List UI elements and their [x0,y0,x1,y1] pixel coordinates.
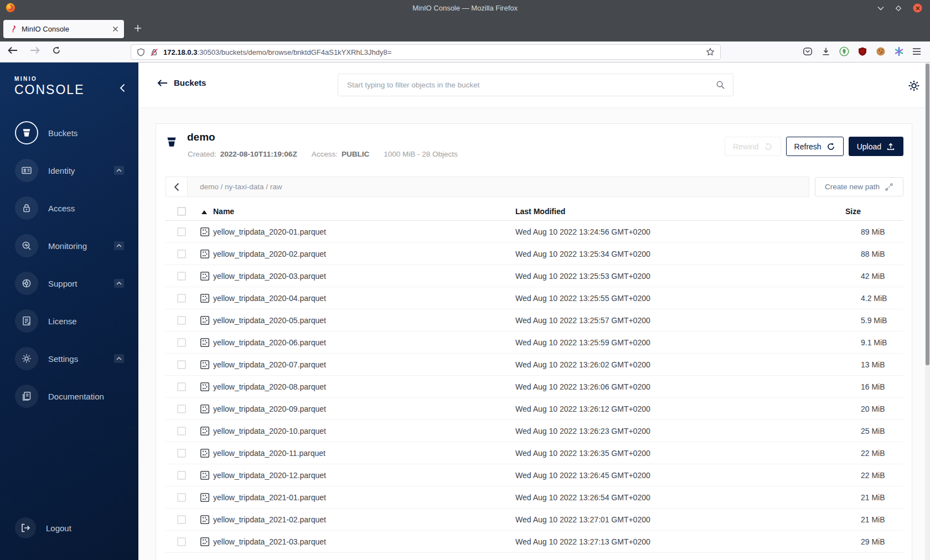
object-name[interactable]: yellow_tripdata_2020-11.parquet [213,449,326,458]
sidebar-item-support[interactable]: Support [0,265,138,302]
insecure-lock-icon[interactable] [150,48,158,56]
sidebar-item-logout[interactable]: Logout [15,517,71,538]
scrollbar-thumb[interactable] [926,64,929,365]
menu-hamburger-icon[interactable] [912,48,921,55]
object-name[interactable]: yellow_tripdata_2020-08.parquet [213,382,326,391]
table-row[interactable]: yellow_tripdata_2020-01.parquet Wed Aug … [165,221,903,243]
tab-close-icon[interactable] [112,26,118,32]
chevron-up-icon[interactable] [114,241,124,250]
table-row[interactable]: yellow_tripdata_2020-03.parquet Wed Aug … [165,265,903,287]
sidebar-item-settings[interactable]: Settings [0,340,138,377]
object-filter-input[interactable] [346,80,716,90]
table-row[interactable]: yellow_tripdata_2021-01.parquet Wed Aug … [165,486,903,509]
chevron-up-icon[interactable] [114,354,124,363]
page-scrollbar[interactable] [925,63,930,560]
table-row[interactable]: yellow_tripdata_2020-11.parquet Wed Aug … [165,442,903,464]
table-row[interactable]: yellow_tripdata_2020-07.parquet Wed Aug … [165,354,903,376]
sort-asc-icon[interactable] [202,207,207,216]
row-checkbox[interactable] [177,382,186,391]
object-name[interactable]: yellow_tripdata_2020-10.parquet [213,427,326,435]
cookie-extension-icon[interactable] [876,46,886,56]
path-back-chevron[interactable] [166,177,188,196]
url-text[interactable]: 172.18.0.3:30503/buckets/demo/browse/bnk… [163,48,701,56]
sidebar-item-buckets[interactable]: Buckets [0,114,138,152]
ublock-shield-icon[interactable] [857,46,867,56]
object-name[interactable]: yellow_tripdata_2021-01.parquet [213,493,326,502]
back-to-buckets[interactable]: Buckets [157,78,206,87]
shield-icon[interactable] [137,48,145,56]
row-checkbox[interactable] [177,427,186,435]
forward-button[interactable] [30,46,40,54]
row-checkbox[interactable] [177,515,186,524]
object-name[interactable]: yellow_tripdata_2020-06.parquet [213,338,326,347]
row-checkbox[interactable] [177,227,186,236]
select-all-checkbox[interactable] [177,207,186,216]
table-row[interactable]: yellow_tripdata_2020-04.parquet Wed Aug … [165,287,903,309]
table-row[interactable]: yellow_tripdata_2020-10.parquet Wed Aug … [165,420,903,442]
chevron-up-icon[interactable] [114,166,124,175]
table-row[interactable]: yellow_tripdata_2021-03.parquet Wed Aug … [165,531,903,553]
table-row[interactable]: yellow_tripdata_2020-08.parquet Wed Aug … [165,376,903,398]
new-tab-button[interactable] [133,23,143,33]
pocket-icon[interactable] [803,46,813,56]
object-name[interactable]: yellow_tripdata_2021-03.parquet [213,537,326,546]
object-size: 22 MiB [861,471,885,480]
table-row[interactable]: yellow_tripdata_2020-05.parquet Wed Aug … [165,309,903,331]
window-close-button[interactable] [913,3,922,13]
object-name[interactable]: yellow_tripdata_2020-05.parquet [213,316,326,325]
object-name[interactable]: yellow_tripdata_2020-04.parquet [213,294,326,303]
table-row[interactable]: yellow_tripdata_2020-09.parquet Wed Aug … [165,398,903,420]
row-checkbox[interactable] [177,360,186,369]
table-row[interactable]: yellow_tripdata_2020-06.parquet Wed Aug … [165,331,903,354]
object-name[interactable]: yellow_tripdata_2020-09.parquet [213,405,326,413]
table-row[interactable]: yellow_tripdata_2020-12.parquet Wed Aug … [165,464,903,486]
row-checkbox[interactable] [177,537,186,546]
sidebar-item-monitoring[interactable]: Monitoring [0,227,138,265]
downloads-icon[interactable] [821,46,831,56]
object-name[interactable]: yellow_tripdata_2020-02.parquet [213,250,326,258]
row-checkbox[interactable] [177,250,186,258]
row-checkbox[interactable] [177,316,186,325]
back-button[interactable] [8,46,18,54]
main-content: Buckets demo Created: [138,63,930,560]
asterisk-extension-icon[interactable] [894,46,904,56]
sidebar-item-license[interactable]: License [0,302,138,340]
parquet-file-icon [200,249,210,259]
row-checkbox[interactable] [177,338,186,347]
tab-minio-console[interactable]: MinIO Console [3,20,124,38]
bookmark-star-icon[interactable] [706,48,715,56]
upload-label: Upload [857,142,881,151]
object-name[interactable]: yellow_tripdata_2020-03.parquet [213,272,326,281]
url-bar[interactable]: 172.18.0.3:30503/buckets/demo/browse/bnk… [131,44,721,60]
column-header-name[interactable]: Name [213,207,234,216]
table-row[interactable]: yellow_tripdata_2021-02.parquet Wed Aug … [165,509,903,531]
extension-green-icon[interactable] [839,46,849,56]
window-maximize-button[interactable] [895,5,902,12]
object-name[interactable]: yellow_tripdata_2020-01.parquet [213,227,326,236]
upload-button[interactable]: Upload [849,137,903,156]
row-checkbox[interactable] [177,471,186,480]
reload-button[interactable] [52,46,61,55]
sidebar-collapse-icon[interactable] [120,84,125,92]
object-name[interactable]: yellow_tripdata_2021-02.parquet [213,515,326,524]
row-checkbox[interactable] [177,294,186,303]
row-checkbox[interactable] [177,272,186,281]
row-checkbox[interactable] [177,493,186,502]
refresh-button[interactable]: Refresh [786,137,844,156]
row-checkbox[interactable] [177,449,186,458]
rewind-button[interactable]: Rewind [725,137,781,156]
object-name[interactable]: yellow_tripdata_2020-07.parquet [213,360,326,369]
row-checkbox[interactable] [177,405,186,413]
sidebar-item-documentation[interactable]: Documentation [0,377,138,415]
settings-gear-icon[interactable] [907,79,921,92]
sidebar-item-label: Documentation [48,392,104,401]
breadcrumb[interactable]: demo / ny-taxi-data / raw [200,183,282,191]
sidebar-item-identity[interactable]: Identity [0,152,138,189]
table-row[interactable]: yellow_tripdata_2020-02.parquet Wed Aug … [165,243,903,265]
object-last-modified: Wed Aug 10 2022 13:26:12 GMT+0200 [515,405,650,413]
window-minimize-button[interactable] [877,6,884,11]
sidebar-item-access[interactable]: Access [0,189,138,227]
object-name[interactable]: yellow_tripdata_2020-12.parquet [213,471,326,480]
chevron-up-icon[interactable] [114,279,124,288]
create-new-path-button[interactable]: Create new path [815,177,903,196]
